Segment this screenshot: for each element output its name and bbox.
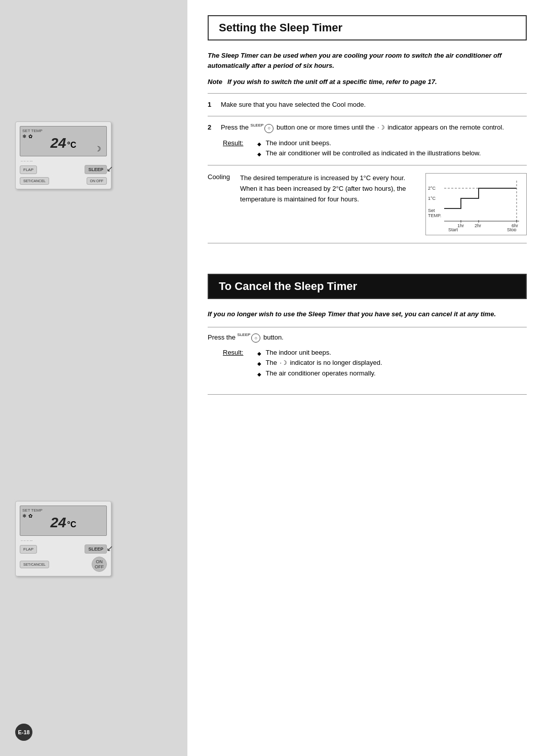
cooling-label: Cooling bbox=[208, 173, 230, 204]
step-2: 2 Press the SLEEP ○ button one or more t… bbox=[208, 122, 527, 133]
result-block-2: Result: ◆ The indoor unit beeps. ◆ The ·… bbox=[223, 348, 527, 379]
sleep-button-icon: ○ bbox=[264, 124, 274, 133]
on-off-btn-bottom[interactable]: ON OFF bbox=[92, 557, 107, 572]
step-1-num: 1 bbox=[208, 100, 216, 110]
diamond-icon-2a: ◆ bbox=[257, 350, 261, 358]
svg-text:Start: Start bbox=[448, 227, 458, 231]
section1-intro: The Sleep Timer can be used when you are… bbox=[208, 51, 527, 70]
diamond-icon-1a: ◆ bbox=[257, 140, 261, 149]
result-bullets-1: ◆ The indoor unit beeps. ◆ The air condi… bbox=[257, 138, 481, 159]
result-label-1: Result: bbox=[223, 138, 243, 159]
sleep-super-2: SLEEP bbox=[238, 332, 251, 337]
result-bullet-1b: ◆ The air conditioner will be controlled… bbox=[257, 148, 481, 159]
sleep-btn-top[interactable]: SLEEP bbox=[85, 165, 107, 174]
divider-1 bbox=[208, 93, 527, 94]
diamond-icon-1b: ◆ bbox=[257, 150, 261, 159]
section1-title: Setting the Sleep Timer bbox=[219, 21, 516, 34]
divider-6 bbox=[208, 394, 527, 395]
svg-text:TEMP.: TEMP. bbox=[428, 213, 441, 218]
result-bullets-2: ◆ The indoor unit beeps. ◆ The ·☽ indica… bbox=[257, 348, 382, 379]
sleep-icon-top: ☽ bbox=[95, 145, 101, 153]
sleep-indicator-2: ·☽ bbox=[280, 358, 287, 368]
flap-btn-bottom[interactable]: FLAP bbox=[20, 545, 37, 554]
set-temp-label: SET TEMP bbox=[22, 129, 43, 133]
result-bullet-2a: ◆ The indoor unit beeps. bbox=[257, 348, 382, 358]
temp-chart: 2°C 1°C Set TEMP. bbox=[425, 173, 527, 235]
section1-title-box: Setting the Sleep Timer bbox=[208, 15, 527, 40]
set-cancel-btn-bottom[interactable]: SET/CANCEL bbox=[20, 561, 49, 568]
temp-display-top: 24 bbox=[50, 135, 66, 151]
sleep-btn-bottom[interactable]: SLEEP bbox=[85, 544, 107, 554]
cooling-text: The desired temperature is increased by … bbox=[240, 173, 415, 204]
svg-text:Set: Set bbox=[428, 208, 435, 213]
section2-title: To Cancel the Sleep Timer bbox=[219, 280, 516, 293]
svg-text:1°C: 1°C bbox=[428, 196, 436, 201]
temp-display-bottom: 24 bbox=[50, 515, 66, 531]
step-1: 1 Make sure that you have selected the C… bbox=[208, 100, 527, 110]
result-block-1: Result: ◆ The indoor unit beeps. ◆ The a… bbox=[223, 138, 527, 159]
sleep-superscript: SLEEP bbox=[251, 122, 264, 129]
svg-text:2°C: 2°C bbox=[428, 186, 436, 191]
note-text: If you wish to switch the unit off at a … bbox=[227, 78, 437, 86]
section2-intro: If you no longer wish to use the Sleep T… bbox=[208, 309, 527, 319]
step-2-text: Press the SLEEP ○ button one or more tim… bbox=[221, 122, 527, 133]
page-number: E-18 bbox=[15, 724, 32, 741]
sidebar: SET TEMP ❄ ✿ 24 °C ☽ ·· ·· ·· ··· bbox=[0, 0, 187, 756]
diamond-icon-2b: ◆ bbox=[257, 360, 261, 368]
result-bullet-2c: ◆ The air conditioner operates normally. bbox=[257, 368, 382, 379]
set-temp-label-b: SET TEMP bbox=[22, 508, 43, 513]
result-line-1: Result: ◆ The indoor unit beeps. ◆ The a… bbox=[223, 138, 527, 159]
note-label: Note bbox=[208, 78, 222, 86]
result-line-2: Result: ◆ The indoor unit beeps. ◆ The ·… bbox=[223, 348, 527, 379]
result-label-2: Result: bbox=[223, 348, 243, 379]
page: SET TEMP ❄ ✿ 24 °C ☽ ·· ·· ·· ··· bbox=[0, 0, 547, 756]
temp-chart-svg: 2°C 1°C Set TEMP. bbox=[428, 176, 527, 231]
divider-5 bbox=[208, 327, 527, 327]
cooling-section: Cooling The desired temperature is incre… bbox=[208, 173, 527, 235]
sleep-button-icon-2: ○ bbox=[251, 333, 260, 343]
svg-text:2hr: 2hr bbox=[475, 223, 481, 228]
divider-2 bbox=[208, 116, 527, 116]
diamond-icon-2c: ◆ bbox=[257, 370, 261, 379]
remote-control-bottom: SET TEMP ❄ ✿ 24 °C ·· ·· ·· ··· FLAP bbox=[15, 501, 116, 576]
step-1-text: Make sure that you have selected the Coo… bbox=[221, 100, 527, 110]
step-2-num: 2 bbox=[208, 122, 216, 133]
result-bullet-1a: ◆ The indoor unit beeps. bbox=[257, 138, 481, 149]
set-cancel-btn-top[interactable]: SET/CANCEL bbox=[20, 177, 49, 185]
press-sleep-line: Press the SLEEP ○ button. bbox=[208, 333, 527, 343]
on-off-btn-top[interactable]: ON OFF bbox=[87, 177, 107, 185]
sleep-indicator: ·☽ bbox=[377, 123, 384, 132]
divider-3 bbox=[208, 165, 527, 165]
main-content: Setting the Sleep Timer The Sleep Timer … bbox=[187, 0, 547, 421]
remote-control-top: SET TEMP ❄ ✿ 24 °C ☽ ·· ·· ·· ··· bbox=[15, 121, 116, 189]
result-bullet-2b: ◆ The ·☽ indicator is no longer displaye… bbox=[257, 358, 382, 368]
divider-4 bbox=[208, 243, 527, 243]
section2-title-box: To Cancel the Sleep Timer bbox=[208, 274, 527, 299]
svg-text:1hr: 1hr bbox=[457, 223, 464, 228]
note-line: Note If you wish to switch the unit off … bbox=[208, 78, 527, 86]
flap-btn-top[interactable]: FLAP bbox=[20, 165, 37, 174]
svg-text:Stop: Stop bbox=[507, 227, 517, 231]
